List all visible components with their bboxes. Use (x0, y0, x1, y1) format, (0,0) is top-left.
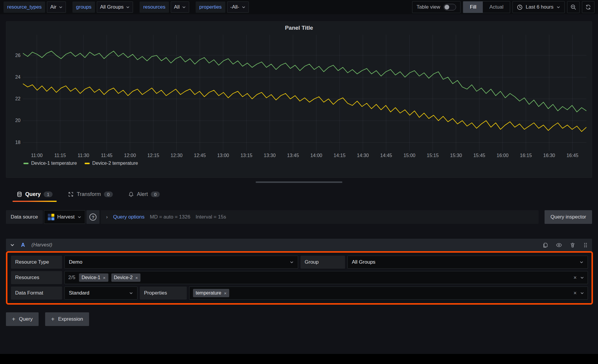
query-editor-highlighted: Resource Type Demo Group All Groups Reso… (6, 251, 593, 305)
tab-count-badge: 0 (151, 192, 160, 197)
x-tick-label: 12:00 (124, 153, 136, 158)
resources-multiselect[interactable]: 2/5 Device-1 × Device-2 × × (64, 271, 588, 284)
time-range-picker[interactable]: Last 6 hours (512, 1, 565, 13)
group-value: All Groups (352, 259, 577, 265)
resources-count: 2/5 (68, 275, 75, 281)
chip-label: Device-1 (82, 275, 100, 280)
data-format-select[interactable]: Standard (64, 287, 137, 300)
chart-area: 1820222426 (6, 34, 592, 151)
remove-chip-icon[interactable]: × (103, 275, 106, 280)
query-options-bar: › Query options MD = auto = 1326 Interva… (101, 210, 539, 224)
legend-label: Device-1 temperature (31, 161, 77, 166)
properties-multiselect[interactable]: temperature × × (189, 287, 588, 300)
plus-icon: + (51, 316, 55, 323)
resource-type-select[interactable]: Demo (64, 256, 298, 269)
query-row-header[interactable]: A (Harvest) (6, 239, 592, 251)
interval-stat: Interval = 15s (196, 214, 226, 220)
timeseries-panel: Panel Title 1820222426 11:0011:1511:3011… (6, 21, 592, 178)
editor-footer: + Query + Expression (6, 312, 592, 326)
x-tick-label: 11:30 (77, 153, 89, 158)
multiselect-actions: × (573, 290, 584, 296)
datasource-plugin-icon (48, 214, 54, 220)
datasource-help-button[interactable]: ? (86, 210, 99, 224)
datasource-name: Harvest (57, 214, 75, 220)
x-tick-label: 11:00 (31, 153, 43, 158)
legend-item-device-1[interactable]: Device-1 temperature (23, 161, 77, 166)
query-inspector-button[interactable]: Query inspector (545, 210, 592, 224)
properties-label: Properties (140, 287, 187, 300)
x-tick-label: 14:45 (380, 153, 392, 158)
drag-handle-icon[interactable] (583, 242, 588, 248)
data-format-label: Data Format (11, 287, 62, 300)
group-label: Group (300, 256, 345, 269)
tab-alert[interactable]: Alert 0 (128, 186, 160, 202)
legend-item-device-2[interactable]: Device-2 temperature (85, 161, 138, 166)
data-format-value: Standard (69, 290, 126, 296)
bell-icon (128, 192, 134, 197)
tab-count-badge: 0 (104, 192, 113, 197)
zoom-out-button[interactable] (567, 1, 580, 13)
variable-value-dropdown[interactable]: Air (47, 1, 66, 13)
variable-value-dropdown[interactable]: All Groups (97, 1, 133, 13)
resource-chip: Device-1 × (79, 273, 108, 282)
resource-type-value: Demo (69, 259, 287, 265)
collapse-chevron-icon[interactable] (10, 243, 15, 247)
data-format-row: Data Format Standard Properties temperat… (11, 287, 588, 300)
chevron-down-icon[interactable] (580, 291, 584, 295)
tab-count-badge: 1 (44, 192, 53, 197)
x-tick-label: 15:00 (404, 153, 415, 158)
resources-label: Resources (11, 271, 62, 284)
variable-resources: resources All (140, 1, 189, 13)
variable-label: resources (140, 1, 169, 13)
variable-value-text: Air (50, 4, 56, 10)
plot-area[interactable] (23, 35, 586, 151)
tab-query[interactable]: Query 1 (17, 186, 53, 202)
caret-right-icon: › (106, 214, 108, 220)
clear-all-icon[interactable]: × (573, 275, 577, 281)
chevron-down-icon (580, 260, 583, 264)
plus-icon: + (12, 316, 15, 323)
multiselect-actions: × (573, 275, 584, 281)
x-tick-label: 13:15 (241, 153, 252, 158)
chevron-down-icon (129, 291, 133, 295)
display-mode-fill[interactable]: Fill (463, 1, 483, 13)
clear-all-icon[interactable]: × (573, 290, 577, 296)
time-range-label: Last 6 hours (526, 4, 553, 10)
legend-swatch-yellow (85, 163, 90, 164)
legend-swatch-green (23, 163, 29, 164)
query-options-link[interactable]: Query options (113, 214, 145, 220)
pane-resize-handle[interactable] (256, 181, 342, 183)
x-tick-label: 16:15 (520, 153, 532, 158)
x-tick-label: 11:15 (54, 153, 66, 158)
query-datasource-hint: (Harvest) (31, 242, 52, 248)
variable-resource-types: resource_types Air (4, 1, 66, 13)
add-expression-label: Expression (58, 316, 83, 322)
panel-title[interactable]: Panel Title (6, 22, 592, 34)
add-query-button[interactable]: + Query (6, 312, 39, 326)
datasource-picker[interactable]: Harvest (44, 210, 86, 224)
delete-query-trash-icon[interactable] (570, 242, 575, 248)
variable-value-dropdown[interactable]: -All- (227, 1, 249, 13)
hide-query-eye-icon[interactable] (556, 242, 562, 248)
bottom-strip (0, 354, 598, 364)
variable-value-dropdown[interactable]: All (171, 1, 189, 13)
variable-value-text: All (174, 4, 180, 10)
resource-type-row: Resource Type Demo Group All Groups (11, 256, 588, 269)
panel-edit-content: Panel Title 1820222426 11:0011:1511:3011… (0, 14, 598, 326)
refresh-button[interactable] (582, 1, 594, 13)
display-mode-actual[interactable]: Actual (483, 1, 510, 13)
x-axis: 11:0011:1511:3011:4512:0012:1512:3012:45… (23, 151, 586, 159)
remove-chip-icon[interactable]: × (135, 275, 138, 280)
x-tick-label: 13:45 (287, 153, 299, 158)
table-view-toggle[interactable] (444, 4, 456, 10)
group-select[interactable]: All Groups (347, 256, 588, 269)
x-tick-label: 16:30 (543, 153, 555, 158)
chevron-down-icon (290, 260, 294, 264)
duplicate-query-icon[interactable] (542, 242, 548, 248)
chevron-down-icon[interactable] (580, 276, 584, 280)
remove-chip-icon[interactable]: × (224, 291, 227, 296)
tab-transform[interactable]: Transform 0 (68, 186, 113, 202)
add-expression-button[interactable]: + Expression (45, 312, 89, 326)
variable-label: groups (72, 1, 95, 13)
x-tick-label: 16:45 (567, 153, 578, 158)
